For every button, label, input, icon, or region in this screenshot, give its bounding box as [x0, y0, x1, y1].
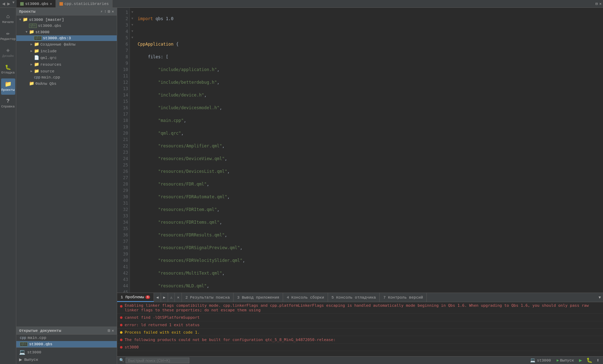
tree-item-source[interactable]: ▶ 📁 source — [16, 68, 117, 75]
arrow-include: ▶ — [29, 49, 34, 53]
status-run[interactable]: ▶ Выпуск — [555, 358, 576, 363]
folder-icon-source: 📁 — [34, 69, 39, 74]
code-line-4: files: [ — [138, 54, 600, 60]
problem-text-5: The following products could not be buil… — [125, 337, 335, 342]
code-line-8: "include/devicesmodel.h", — [138, 105, 600, 111]
tree-item-st3000-master[interactable]: ▼ 📁 st3000 [master] — [16, 16, 117, 23]
status-st3000[interactable]: 💻 st3000 — [528, 358, 553, 363]
code-line-2 — [138, 28, 600, 35]
tab-version-ctrl[interactable]: 7 Контроль версий — [380, 293, 427, 302]
qbs-file-icon — [20, 2, 24, 6]
device-icon: 💻 — [19, 349, 25, 355]
sidebar-item-debug[interactable]: 🐛 Отладка — [1, 61, 15, 78]
monitor-icon: 💻 — [530, 358, 535, 363]
tree-item-created-files[interactable]: ▶ 📁 Созданные файлы — [16, 41, 117, 48]
tree-item-include[interactable]: ▶ 📁 include — [16, 48, 117, 54]
qbs-doc-icon: qbs — [20, 342, 28, 346]
sidebar-label-debug: Отладка — [1, 71, 15, 75]
error-icon-3: ● — [120, 322, 122, 327]
tab-arrow-prev[interactable]: ◀ — [154, 293, 161, 302]
code-line-5: "include/application.h", — [138, 66, 600, 73]
build-btn[interactable]: ⬆ — [595, 357, 601, 363]
run-row: ▶ Выпуск — [19, 357, 114, 363]
code-line-3: CppApplication { — [138, 41, 600, 47]
tree-label-resources: resources — [40, 63, 61, 67]
problem-item-4[interactable]: ● Process failed with exit code 1. — [117, 329, 603, 336]
debug-icon: 🐛 — [5, 65, 11, 70]
split-editor-btn[interactable]: ⊟ — [596, 1, 598, 6]
tree-item-resources[interactable]: ▶ 📁 resources — [16, 61, 117, 68]
device-section: 💻 st3000 ▶ Выпуск — [16, 347, 117, 364]
collapse-icon[interactable]: ⊟ — [108, 9, 110, 14]
qbs-badge: qbs — [29, 24, 37, 28]
open-docs-list: cpp main.cpp qbs st3000.qbs — [16, 335, 117, 347]
problem-item-6[interactable]: ● st3000 — [117, 344, 603, 351]
code-line-22: "resources/NLD.qml", — [138, 283, 600, 289]
problem-text-2: cannot find -lQt5PlatformSupport — [125, 315, 200, 320]
tab-debug-output[interactable]: 5 Консоль отладчика — [328, 293, 380, 302]
project-panel-title: Проекты — [19, 10, 35, 14]
tab-warn-filter[interactable]: ⚠ — [168, 293, 175, 302]
tab-app-output[interactable]: 3 Вывод приложения — [234, 293, 283, 302]
split-docs-icon[interactable]: ⊟ — [108, 328, 110, 333]
main-layout: ⌂ Начало ✏ Редактор ◈ Дизайн 🐛 Отладка 📁… — [0, 8, 603, 364]
tab-more[interactable]: ▼ — [596, 293, 603, 302]
close-editor-btn[interactable]: ✕ — [599, 1, 602, 6]
problem-text-3: error: ld returned 1 exit status — [125, 323, 200, 327]
line-numbers: 12345678910 11121314151617181920 2122232… — [117, 8, 130, 293]
tab-arrow-next[interactable]: ▶ — [161, 293, 168, 302]
fold-markers: ▼▼ ▼ ▼ ▼ — [130, 8, 135, 293]
run-label: Выпуск — [24, 358, 38, 362]
sidebar-item-editor[interactable]: ✏ Редактор — [1, 28, 15, 44]
tree-label-main: main.cpp — [41, 75, 60, 80]
open-doc-st3000-qbs[interactable]: qbs st3000.qbs — [16, 341, 117, 347]
help-icon: ? — [6, 99, 10, 104]
debug-run-btn[interactable]: 🐛 — [585, 357, 594, 363]
tab-label-st3000: st3000.qbs — [25, 2, 48, 6]
problem-item-1[interactable]: ● Enabling linker flags compatibility mo… — [117, 302, 603, 314]
history-btn[interactable]: ▼ — [12, 1, 15, 7]
tab-label-cpp: cpp.staticLibraries — [64, 2, 109, 6]
tree-item-main-cpp[interactable]: cpp main.cpp — [16, 75, 117, 80]
code-area[interactable]: import qbs 1.0 CppApplication { files: [… — [135, 8, 603, 293]
projects-icon: 📁 — [5, 82, 12, 87]
nav-arrows: ◀ ▶ ▼ — [0, 1, 17, 7]
tree-item-st3000-qbs-file[interactable]: qbs st3000.qbs — [16, 23, 117, 29]
tree-item-qml-qrc[interactable]: 📄 qml.qrc — [16, 54, 117, 61]
problem-item-3[interactable]: ● error: ld returned 1 exit status — [117, 321, 603, 329]
filter-icon[interactable]: ⚡ — [100, 9, 103, 14]
open-doc-main-cpp[interactable]: cpp main.cpp — [16, 335, 117, 341]
sidebar-item-design[interactable]: ◈ Дизайн — [1, 45, 15, 61]
search-input[interactable] — [126, 358, 189, 363]
tab-close-st3000[interactable]: ✕ — [50, 2, 52, 6]
sidebar-label-editor: Редактор — [0, 37, 16, 41]
error-icon-5: ● — [120, 337, 122, 342]
tab-cpp-static[interactable]: cpp.staticLibraries — [56, 0, 113, 7]
tab-st3000-qbs[interactable]: st3000.qbs ✕ — [17, 0, 56, 7]
tree-item-st3000-proj[interactable]: ▼ 📁 st3000 — [16, 29, 117, 35]
design-icon: ◈ — [6, 48, 10, 53]
problem-item-2[interactable]: ● cannot find -lQt5PlatformSupport — [117, 314, 603, 321]
sidebar-item-help[interactable]: ? Справка — [1, 95, 15, 112]
tab-build-output[interactable]: 4 Консоль сборки — [283, 293, 328, 302]
sidebar-item-home[interactable]: ⌂ Начало — [1, 11, 15, 27]
cpp-doc-icon: cpp — [20, 336, 26, 340]
tab-search-results[interactable]: 2 Результаты поиска — [182, 293, 234, 302]
tab-error-filter[interactable]: ✕ — [175, 293, 182, 302]
run-btn[interactable]: ▶ — [578, 357, 583, 363]
tree-item-st3000-qbs3[interactable]: qbs st3000.qbs:3 — [16, 35, 117, 41]
sidebar-item-projects[interactable]: 📁 Проекты — [1, 78, 15, 95]
problem-item-5[interactable]: ● The following products could not be bu… — [117, 336, 603, 344]
back-btn[interactable]: ◀ — [1, 1, 6, 7]
forward-btn[interactable]: ▶ — [6, 1, 11, 7]
problems-panel: 1 Проблемы 6 ◀ ▶ ⚠ ✕ 2 Результаты поиска… — [117, 293, 603, 356]
run-icon: ▶ — [19, 357, 22, 363]
status-st3000-label: st3000 — [537, 358, 551, 363]
sync-icon[interactable]: ↕ — [104, 9, 107, 14]
tree-label-st3000-qbs3: st3000.qbs:3 — [43, 36, 71, 40]
tab-problems[interactable]: 1 Проблемы 6 — [117, 293, 154, 302]
tree-item-qbs-files[interactable]: 📁 Файлы Qbs — [16, 80, 117, 87]
close-panel-icon[interactable]: ✕ — [111, 9, 114, 14]
close-docs-icon[interactable]: ✕ — [111, 328, 114, 333]
cpp-icon-main: cpp — [34, 76, 40, 80]
